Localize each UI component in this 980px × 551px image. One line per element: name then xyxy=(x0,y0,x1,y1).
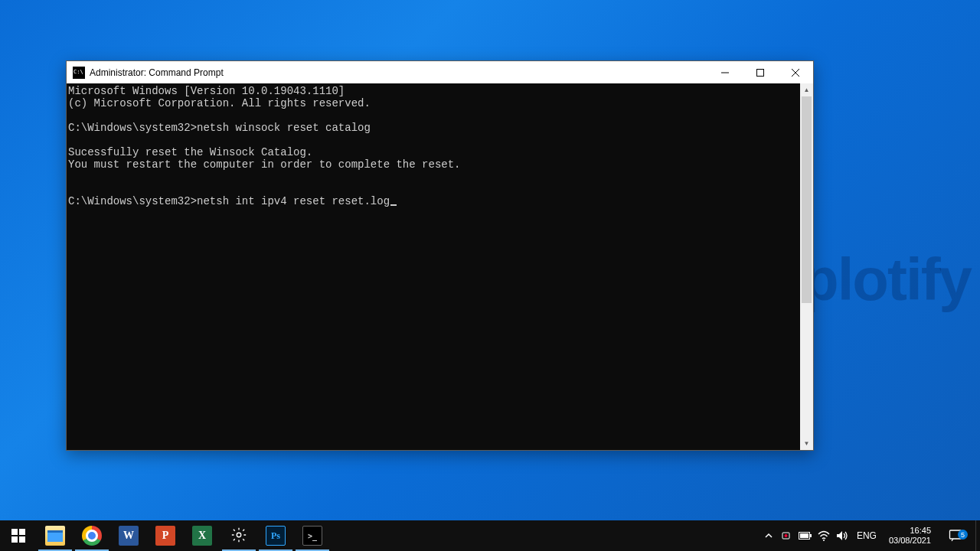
scroll-track[interactable] xyxy=(800,96,813,437)
clock[interactable]: 16:45 03/08/2021 xyxy=(884,526,936,546)
svg-point-10 xyxy=(784,534,787,537)
show-hidden-icons[interactable] xyxy=(762,529,776,543)
taskbar-app-photoshop[interactable]: Ps xyxy=(257,520,294,551)
close-button[interactable] xyxy=(778,61,813,83)
wifi-icon[interactable] xyxy=(817,529,831,543)
system-tray: ENG 16:45 03/08/2021 5 xyxy=(759,520,975,551)
taskbar-app-excel[interactable]: X xyxy=(184,520,220,551)
word-icon: W xyxy=(119,526,139,546)
taskbar-app-google-chrome[interactable] xyxy=(74,520,110,551)
taskbar-app-powerpoint[interactable]: P xyxy=(147,520,184,551)
battery-icon[interactable] xyxy=(799,529,812,543)
recording-icon[interactable] xyxy=(780,529,794,543)
vertical-scrollbar[interactable]: ▲ ▼ xyxy=(800,83,813,450)
language-indicator[interactable]: ENG xyxy=(854,530,880,541)
taskbar-app-settings[interactable] xyxy=(220,520,257,551)
action-center[interactable]: 5 xyxy=(940,529,971,543)
console-output[interactable]: Microsoft Windows [Version 10.0.19043.11… xyxy=(67,83,800,450)
start-button[interactable] xyxy=(0,520,37,551)
taskbar: WPXPs ENG 16:45 03/08/2021 5 xyxy=(0,520,980,551)
clock-date: 03/08/2021 xyxy=(889,536,931,546)
cmd-taskbar-icon xyxy=(302,526,322,546)
scroll-thumb[interactable] xyxy=(802,96,812,303)
command-prompt-window: Administrator: Command Prompt Microsoft … xyxy=(66,60,814,451)
svg-rect-4 xyxy=(11,529,18,535)
text-cursor xyxy=(390,204,397,206)
taskbar-app-file-explorer[interactable] xyxy=(37,520,74,551)
settings-icon xyxy=(230,527,247,546)
excel-icon: X xyxy=(192,526,212,546)
maximize-button[interactable] xyxy=(743,61,778,83)
window-titlebar[interactable]: Administrator: Command Prompt xyxy=(67,61,813,83)
svg-point-8 xyxy=(237,533,241,537)
svg-rect-1 xyxy=(757,69,764,76)
svg-point-14 xyxy=(823,540,825,541)
cmd-icon xyxy=(73,67,85,79)
photoshop-icon: Ps xyxy=(266,526,286,546)
notification-badge: 5 xyxy=(958,530,968,540)
minimize-button[interactable] xyxy=(707,61,743,83)
volume-icon[interactable] xyxy=(835,529,849,543)
clock-time: 16:45 xyxy=(910,526,931,536)
taskbar-app-command-prompt[interactable] xyxy=(294,520,331,551)
show-desktop-button[interactable] xyxy=(975,520,980,551)
svg-rect-7 xyxy=(19,536,25,543)
taskbar-app-word[interactable]: W xyxy=(110,520,147,551)
scroll-down-button[interactable]: ▼ xyxy=(800,437,813,450)
window-title: Administrator: Command Prompt xyxy=(90,67,224,78)
powerpoint-icon: P xyxy=(155,526,175,546)
svg-marker-15 xyxy=(837,531,842,540)
svg-rect-13 xyxy=(800,533,808,538)
chrome-icon xyxy=(82,526,102,546)
scroll-up-button[interactable]: ▲ xyxy=(800,83,813,96)
file-explorer-icon xyxy=(45,526,65,546)
svg-rect-12 xyxy=(810,534,812,537)
svg-rect-6 xyxy=(11,536,18,543)
svg-rect-5 xyxy=(19,529,25,535)
